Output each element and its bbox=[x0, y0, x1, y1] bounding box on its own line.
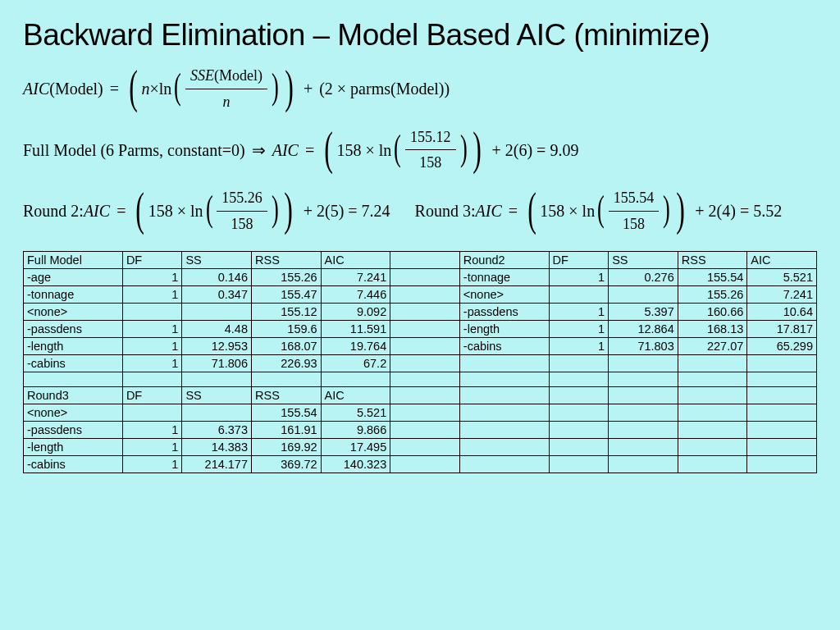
table-cell bbox=[390, 404, 460, 421]
table-cell: 226.93 bbox=[252, 354, 322, 372]
table-row: -passdens16.373161.919.866 bbox=[24, 421, 817, 438]
table-cell bbox=[609, 372, 678, 386]
table-header-cell: SS bbox=[609, 251, 678, 268]
table-cell bbox=[390, 354, 460, 372]
table-cell: 214.177 bbox=[182, 455, 252, 472]
table-cell: 1 bbox=[549, 337, 609, 354]
table-cell: 5.521 bbox=[747, 268, 817, 285]
table-cell bbox=[182, 404, 252, 421]
table-cell: -tonnage bbox=[24, 285, 123, 303]
table-cell: 17.817 bbox=[747, 320, 817, 337]
table-row: -cabins1214.177369.72140.323 bbox=[24, 455, 817, 472]
table-cell: 155.54 bbox=[252, 404, 322, 421]
table-cell: 369.72 bbox=[252, 455, 322, 472]
table-cell: 71.803 bbox=[609, 337, 678, 354]
table-cell bbox=[747, 455, 817, 472]
table-cell: -passdens bbox=[459, 303, 549, 320]
table-cell bbox=[747, 404, 817, 421]
table-cell: 4.48 bbox=[182, 320, 252, 337]
table-cell: 1 bbox=[122, 268, 182, 285]
table-row: Round3DFSSRSSAIC bbox=[24, 386, 817, 404]
table-cell: 155.12 bbox=[252, 303, 322, 320]
table-cell bbox=[459, 354, 549, 372]
table-cell: 1 bbox=[122, 337, 182, 354]
formula-rounds: Round 2:AIC= ( 158 × ln ( 155.26158 ) ) … bbox=[23, 186, 817, 236]
table-cell bbox=[182, 372, 252, 386]
table-cell: -passdens bbox=[24, 320, 123, 337]
table-cell bbox=[678, 438, 747, 455]
table-cell: 1 bbox=[122, 285, 182, 303]
table-cell: -cabins bbox=[24, 455, 123, 472]
table-cell: 1 bbox=[122, 354, 182, 372]
table-cell bbox=[549, 372, 609, 386]
table-cell: 67.2 bbox=[321, 354, 390, 372]
table-cell bbox=[390, 320, 460, 337]
table-cell bbox=[459, 404, 549, 421]
table-row: Full ModelDFSSRSSAICRound2DFSSRSSAIC bbox=[24, 251, 817, 268]
table-cell bbox=[459, 372, 549, 386]
table-row: <none>155.129.092-passdens15.397160.6610… bbox=[24, 303, 817, 320]
table-cell bbox=[549, 455, 609, 472]
table-row: -length114.383169.9217.495 bbox=[24, 438, 817, 455]
table-row bbox=[24, 372, 817, 386]
table-cell: <none> bbox=[459, 285, 549, 303]
table-cell: 1 bbox=[122, 320, 182, 337]
table-cell bbox=[122, 303, 182, 320]
table-cell bbox=[747, 421, 817, 438]
table-cell bbox=[549, 404, 609, 421]
table-header-cell bbox=[609, 386, 678, 404]
table-cell: 7.241 bbox=[321, 268, 390, 285]
table-cell bbox=[390, 438, 460, 455]
table-cell bbox=[252, 372, 322, 386]
table-cell bbox=[321, 372, 390, 386]
table-cell bbox=[747, 438, 817, 455]
table-cell: 7.241 bbox=[747, 285, 817, 303]
table-row: -length112.953168.0719.764-cabins171.803… bbox=[24, 337, 817, 354]
table-cell bbox=[122, 372, 182, 386]
table-cell bbox=[747, 354, 817, 372]
table-cell: 14.383 bbox=[182, 438, 252, 455]
table-cell: 1 bbox=[549, 320, 609, 337]
table-header-cell: AIC bbox=[321, 251, 390, 268]
table-cell: -age bbox=[24, 268, 123, 285]
table-cell bbox=[459, 455, 549, 472]
table-cell: 227.07 bbox=[678, 337, 747, 354]
table-header-cell: RSS bbox=[252, 251, 322, 268]
table-cell: 169.92 bbox=[252, 438, 322, 455]
table-cell bbox=[549, 354, 609, 372]
table-cell bbox=[459, 438, 549, 455]
table-cell bbox=[549, 438, 609, 455]
table-cell: 161.91 bbox=[252, 421, 322, 438]
table-cell: 155.54 bbox=[678, 268, 747, 285]
table-header-cell: SS bbox=[182, 251, 252, 268]
table-cell: 1 bbox=[549, 268, 609, 285]
table-cell bbox=[390, 285, 460, 303]
table-cell: -cabins bbox=[459, 337, 549, 354]
table-row: -passdens14.48159.611.591-length112.8641… bbox=[24, 320, 817, 337]
table-cell: 168.07 bbox=[252, 337, 322, 354]
formula-full-model: Full Model (6 Parms, constant=0) ⇒ AIC= … bbox=[23, 126, 817, 176]
table-header-cell: SS bbox=[182, 386, 252, 404]
table-row: <none>155.545.521 bbox=[24, 404, 817, 421]
table-cell: 5.521 bbox=[321, 404, 390, 421]
table-cell: 155.26 bbox=[252, 268, 322, 285]
table-cell bbox=[609, 438, 678, 455]
table-cell bbox=[390, 421, 460, 438]
table-cell: -length bbox=[24, 438, 123, 455]
table-cell bbox=[609, 354, 678, 372]
table-cell: 1 bbox=[122, 455, 182, 472]
table-cell bbox=[24, 372, 123, 386]
table-header-cell: Round3 bbox=[24, 386, 123, 404]
table-cell: 155.47 bbox=[252, 285, 322, 303]
table-cell bbox=[390, 303, 460, 320]
table-cell bbox=[390, 337, 460, 354]
table-cell: 7.446 bbox=[321, 285, 390, 303]
table-header-cell: RSS bbox=[252, 386, 322, 404]
table-header-cell: DF bbox=[122, 386, 182, 404]
table-header-cell: Round2 bbox=[459, 251, 549, 268]
table-cell: 1 bbox=[549, 303, 609, 320]
table-cell bbox=[678, 455, 747, 472]
table-cell bbox=[390, 268, 460, 285]
table-cell bbox=[609, 285, 678, 303]
table-header-cell: RSS bbox=[678, 251, 747, 268]
